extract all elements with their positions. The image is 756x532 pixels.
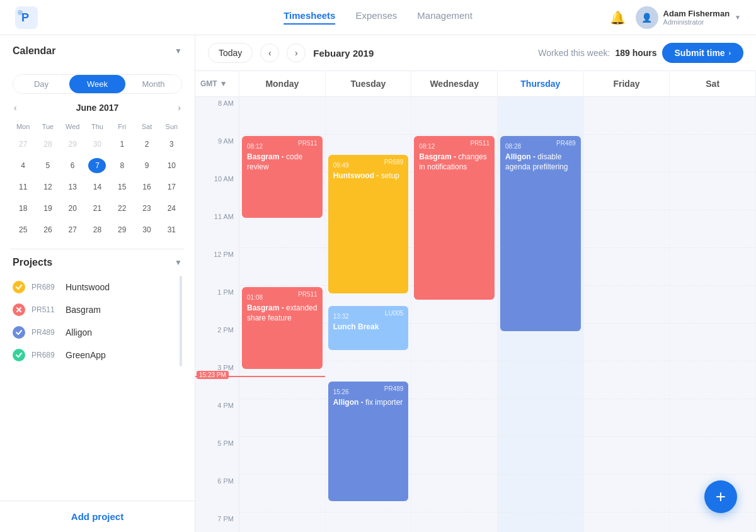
gmt-chevron-icon: ▼	[220, 79, 227, 88]
friday-column[interactable]	[584, 97, 670, 532]
mini-cal-prev-button[interactable]: ‹	[10, 101, 21, 114]
projects-list: PR689HuntswoodPR511BasgramPR489AlligonPR…	[13, 276, 182, 366]
time-slot: 6 PM	[195, 475, 239, 512]
mini-cal-day[interactable]: 26	[36, 220, 59, 240]
topnav-right: 🔔 👤 Adam Fisherman Administrator ▼	[610, 6, 741, 29]
mini-cal-day[interactable]: 23	[135, 198, 158, 218]
event-title: Basgram - extanded share feature	[247, 303, 318, 323]
saturday-column[interactable]	[670, 97, 756, 532]
add-project-button[interactable]: Add project	[0, 501, 195, 532]
mini-cal-day[interactable]: 15	[110, 177, 134, 197]
mini-cal-day[interactable]: 14	[86, 177, 109, 197]
tab-timesheets[interactable]: Timesheets	[284, 10, 335, 25]
projects-chevron-icon[interactable]: ▼	[175, 258, 182, 267]
mini-cal-day[interactable]: 30	[86, 134, 109, 154]
mini-cal-day[interactable]: 12	[36, 177, 59, 197]
project-item[interactable]: PR511Basgram	[13, 298, 182, 321]
mini-cal-day[interactable]: 9	[135, 156, 158, 176]
hour-line	[498, 475, 583, 512]
calendar-event[interactable]: 15:26 PR489 Alligon - fix importer	[328, 382, 409, 501]
project-item[interactable]: PR689Huntswood	[13, 276, 182, 298]
mini-cal-day[interactable]: 20	[61, 198, 84, 218]
user-menu-chevron: ▼	[735, 14, 741, 21]
mini-cal-day[interactable]: 18	[11, 198, 35, 218]
wednesday-column[interactable]: 08:12 PR511 Basgram - changes in notific…	[411, 97, 498, 532]
mini-cal-day[interactable]: 10	[160, 156, 183, 176]
mini-cal-day[interactable]: 6	[61, 156, 84, 176]
tuesday-column[interactable]: 09:49 PR689 Huntswood - setup 13:32 LU00…	[326, 97, 412, 532]
project-dot-icon	[13, 281, 25, 293]
event-pr: PR511	[298, 291, 318, 298]
event-time: 08:12	[419, 143, 435, 150]
mini-cal-day[interactable]: 2	[135, 134, 158, 154]
mini-cal-day[interactable]: 3	[160, 134, 183, 154]
mini-cal-day[interactable]: 17	[160, 177, 183, 197]
project-item[interactable]: PR689GreenApp	[13, 344, 182, 366]
mini-cal-day[interactable]: 21	[86, 198, 109, 218]
event-subtitle: code review	[247, 152, 302, 171]
calendar-event[interactable]: 01:08 PR511 Basgram - extanded share fea…	[242, 287, 323, 369]
mini-cal-day[interactable]: 28	[86, 220, 109, 240]
project-dot-icon	[13, 303, 25, 316]
mini-cal-day[interactable]: 8	[110, 156, 134, 176]
mini-cal-day[interactable]: 5	[36, 156, 59, 176]
mini-cal-day[interactable]: 28	[36, 134, 59, 154]
mini-cal-day[interactable]: 19	[36, 198, 59, 218]
next-week-button[interactable]: ›	[287, 43, 306, 62]
mini-cal-day[interactable]: 29	[61, 134, 84, 154]
time-slot: 9 AM	[195, 135, 239, 173]
mini-cal-day[interactable]: 27	[61, 220, 84, 240]
add-time-fab[interactable]: +	[704, 480, 737, 513]
tab-expenses[interactable]: Expenses	[355, 10, 397, 25]
calendar-chevron-icon[interactable]: ▼	[175, 47, 182, 55]
mini-cal-day[interactable]: 25	[11, 220, 35, 240]
prev-week-button[interactable]: ‹	[260, 43, 279, 62]
mini-cal-day[interactable]: 22	[110, 198, 134, 218]
mini-cal-day[interactable]: 11	[11, 177, 35, 197]
project-dot-icon	[13, 326, 25, 339]
mini-cal-day[interactable]: 1	[110, 134, 134, 154]
time-slot: 8 AM	[195, 97, 239, 135]
calendar-event[interactable]: 08:28 PR489 Alligon - disable agenda pre…	[500, 136, 581, 331]
calendar-event[interactable]: 08:12 PR511 Basgram - changes in notific…	[414, 136, 495, 300]
calendar-grid-wrapper[interactable]: GMT ▼ Monday Tuesday Wednesday Thursday …	[195, 71, 756, 532]
hour-line	[584, 173, 670, 210]
mini-cal-day[interactable]: 30	[135, 220, 158, 240]
submit-time-button[interactable]: Submit time ›	[662, 43, 743, 63]
mini-cal-day[interactable]: 27	[11, 134, 35, 154]
monday-column[interactable]: 08:12 PR511 Basgram - code review 01:08 …	[239, 97, 326, 532]
calendar-event[interactable]: 08:12 PR511 Basgram - code review	[242, 136, 323, 218]
calendar-event[interactable]: 09:49 PR689 Huntswood - setup	[328, 155, 409, 293]
hour-line	[670, 361, 755, 399]
mini-cal-day[interactable]: 24	[160, 198, 183, 218]
user-menu[interactable]: 👤 Adam Fisherman Administrator ▼	[636, 6, 741, 29]
mini-cal-day[interactable]: 7	[86, 156, 109, 176]
event-pr: PR511	[470, 140, 490, 147]
today-button[interactable]: Today	[208, 43, 253, 63]
calendar-event[interactable]: 13:32 LU005 Lunch Break	[328, 306, 409, 350]
mini-cal-day[interactable]: 16	[135, 177, 158, 197]
thursday-column[interactable]: 08:28 PR489 Alligon - disable agenda pre…	[498, 97, 584, 532]
mini-cal-day[interactable]: 31	[160, 220, 183, 240]
svg-point-2	[18, 10, 23, 15]
notification-icon[interactable]: 🔔	[610, 10, 626, 25]
tab-management[interactable]: Management	[417, 10, 472, 25]
hour-line	[670, 286, 755, 324]
mini-cal-day[interactable]: 13	[61, 177, 84, 197]
view-month-button[interactable]: Month	[125, 75, 181, 93]
wednesday-header: Wednesday	[411, 71, 498, 96]
mini-cal-next-button[interactable]: ›	[174, 101, 185, 114]
hour-line	[584, 286, 670, 324]
app-logo[interactable]: P	[15, 6, 38, 29]
hour-line	[239, 475, 325, 512]
calendar-header-row: GMT ▼ Monday Tuesday Wednesday Thursday …	[195, 71, 756, 97]
time-slot: 5 PM	[195, 437, 239, 475]
view-day-button[interactable]: Day	[13, 75, 69, 93]
gmt-header[interactable]: GMT ▼	[195, 71, 239, 96]
mini-cal-day[interactable]: 29	[110, 220, 134, 240]
view-week-button[interactable]: Week	[69, 75, 125, 93]
project-item[interactable]: PR489Alligon	[13, 321, 182, 344]
mini-cal-day[interactable]: 4	[11, 156, 35, 176]
hour-line	[498, 399, 583, 437]
event-pr: PR489	[556, 140, 576, 147]
